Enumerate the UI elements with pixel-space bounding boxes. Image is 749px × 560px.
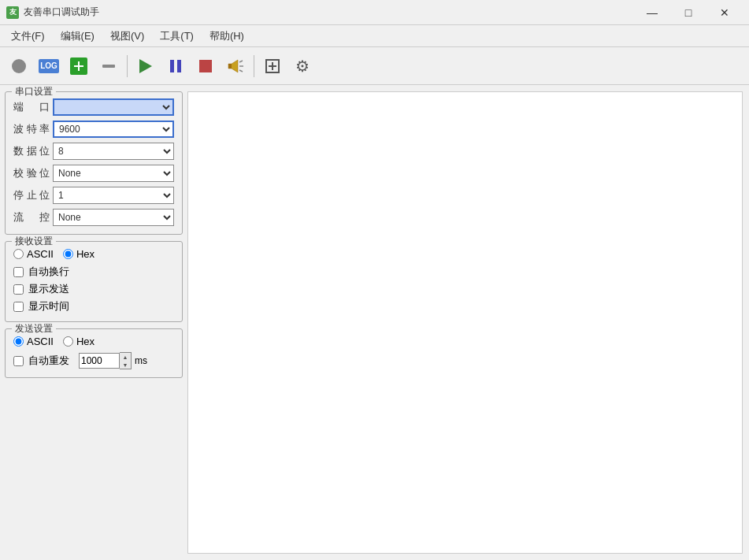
send-ascii-label: ASCII xyxy=(27,336,54,347)
send-settings-group: 发送设置 ASCII Hex 自动重发 xyxy=(5,328,183,378)
receive-hex-label: Hex xyxy=(76,248,95,260)
app-icon: 友 xyxy=(6,6,19,19)
flow-label: 流 控 xyxy=(13,210,50,224)
parity-row: 校验位 None Odd Even xyxy=(13,165,174,182)
port-label: 端 口 xyxy=(13,100,50,114)
receive-settings-title: 接收设置 xyxy=(12,235,56,248)
addbox-icon xyxy=(265,59,280,73)
settings-button[interactable]: ⚙ xyxy=(288,52,317,80)
main-layout: 串口设置 端 口 波特率 9600 4800 19200 38400 57600… xyxy=(0,85,749,560)
send-ascii-option[interactable]: ASCII xyxy=(13,336,54,347)
play-button[interactable] xyxy=(132,52,160,80)
receive-settings-group: 接收设置 ASCII Hex 自动换行 显示发送 xyxy=(5,241,183,322)
baudrate-label: 波特率 xyxy=(13,122,50,136)
show-time-label: 显示时间 xyxy=(28,299,69,313)
port-select[interactable] xyxy=(53,98,174,116)
svg-rect-1 xyxy=(228,64,232,69)
connect-icon xyxy=(12,59,26,73)
minus-icon xyxy=(102,65,115,68)
stopbits-select[interactable]: 1 1.5 2 xyxy=(53,187,174,204)
receive-ascii-radio[interactable] xyxy=(13,249,24,259)
databits-label: 数据位 xyxy=(13,144,50,158)
receive-hex-radio[interactable] xyxy=(63,249,73,259)
menu-help[interactable]: 帮助(H) xyxy=(202,28,252,45)
send-format-group: ASCII Hex xyxy=(13,336,174,347)
interval-spinbox: ▲ ▼ ms xyxy=(79,352,147,369)
play-icon xyxy=(139,59,152,73)
stop-button[interactable] xyxy=(191,52,220,80)
left-panel: 串口设置 端 口 波特率 9600 4800 19200 38400 57600… xyxy=(0,85,187,560)
connect-button[interactable] xyxy=(5,52,33,80)
auto-resend-label: 自动重发 xyxy=(28,354,69,368)
interval-unit-label: ms xyxy=(135,355,147,366)
databits-row: 数据位 8 7 6 5 xyxy=(13,143,174,160)
send-settings-title: 发送设置 xyxy=(12,322,56,336)
receive-ascii-label: ASCII xyxy=(27,248,54,260)
gear-icon: ⚙ xyxy=(295,57,310,76)
receive-ascii-option[interactable]: ASCII xyxy=(13,248,54,260)
auto-newline-row[interactable]: 自动换行 xyxy=(13,265,174,279)
stopbits-row: 停止位 1 1.5 2 xyxy=(13,187,174,204)
serial-settings-group: 串口设置 端 口 波特率 9600 4800 19200 38400 57600… xyxy=(5,91,183,235)
send-hex-radio[interactable] xyxy=(63,336,73,347)
addbox-button[interactable] xyxy=(258,52,287,80)
port-row: 端 口 xyxy=(13,98,174,116)
spinbox-up-button[interactable]: ▲ xyxy=(120,353,131,361)
minimize-button[interactable]: — xyxy=(634,0,670,25)
send-hex-option[interactable]: Hex xyxy=(63,336,95,347)
show-sent-row[interactable]: 显示发送 xyxy=(13,282,174,296)
auto-resend-label-wrap[interactable]: 自动重发 xyxy=(13,354,69,368)
show-time-row[interactable]: 显示时间 xyxy=(13,299,174,313)
spinbox-down-button[interactable]: ▼ xyxy=(120,361,131,369)
parity-select[interactable]: None Odd Even xyxy=(53,165,174,182)
auto-newline-checkbox[interactable] xyxy=(13,267,24,277)
show-sent-label: 显示发送 xyxy=(28,282,69,296)
baudrate-select[interactable]: 9600 4800 19200 38400 57600 115200 xyxy=(53,121,174,138)
title-bar: 友 友善串口调试助手 — □ ✕ xyxy=(0,0,749,25)
menu-file[interactable]: 文件(F) xyxy=(3,28,53,45)
auto-resend-checkbox[interactable] xyxy=(13,356,24,366)
pause-icon xyxy=(170,60,181,72)
pause-button[interactable] xyxy=(161,52,190,80)
menu-view[interactable]: 视图(V) xyxy=(102,28,152,45)
auto-newline-label: 自动换行 xyxy=(28,265,69,279)
log-icon: LOG xyxy=(39,59,59,73)
svg-line-2 xyxy=(239,61,243,62)
send-hex-label: Hex xyxy=(76,336,95,347)
auto-resend-row: 自动重发 ▲ ▼ ms xyxy=(13,352,174,369)
title-controls: — □ ✕ xyxy=(634,0,743,25)
baudrate-row: 波特率 9600 4800 19200 38400 57600 115200 xyxy=(13,121,174,138)
spinbox-buttons: ▲ ▼ xyxy=(120,352,132,369)
databits-select[interactable]: 8 7 6 5 xyxy=(53,143,174,160)
flow-select[interactable]: None Hardware Software xyxy=(53,209,174,226)
menu-bar: 文件(F) 编辑(E) 视图(V) 工具(T) 帮助(H) xyxy=(0,25,749,47)
receive-area[interactable] xyxy=(187,91,743,554)
menu-edit[interactable]: 编辑(E) xyxy=(53,28,102,45)
receive-format-group: ASCII Hex xyxy=(13,248,174,260)
close-button[interactable]: ✕ xyxy=(706,0,743,25)
horn-button[interactable] xyxy=(221,52,250,80)
flow-row: 流 控 None Hardware Software xyxy=(13,209,174,226)
plus-icon xyxy=(70,57,87,75)
horn-icon xyxy=(227,59,244,73)
maximize-button[interactable]: □ xyxy=(670,0,706,25)
serial-settings-title: 串口设置 xyxy=(12,85,56,98)
toolbar: LOG ⚙ xyxy=(0,47,749,85)
separator-2 xyxy=(254,55,254,77)
stopbits-label: 停止位 xyxy=(13,188,50,202)
interval-input[interactable] xyxy=(79,353,120,369)
separator-1 xyxy=(127,55,128,77)
minus-button[interactable] xyxy=(95,52,123,80)
stop-icon xyxy=(199,60,212,72)
send-ascii-radio[interactable] xyxy=(13,336,24,347)
show-time-checkbox[interactable] xyxy=(13,302,24,312)
show-sent-checkbox[interactable] xyxy=(13,284,24,295)
svg-line-4 xyxy=(239,70,243,72)
add-button[interactable] xyxy=(65,52,93,80)
log-button[interactable]: LOG xyxy=(35,52,63,80)
menu-tools[interactable]: 工具(T) xyxy=(152,28,202,45)
parity-label: 校验位 xyxy=(13,166,50,180)
app-title: 友善串口调试助手 xyxy=(24,6,634,19)
receive-hex-option[interactable]: Hex xyxy=(63,248,95,260)
